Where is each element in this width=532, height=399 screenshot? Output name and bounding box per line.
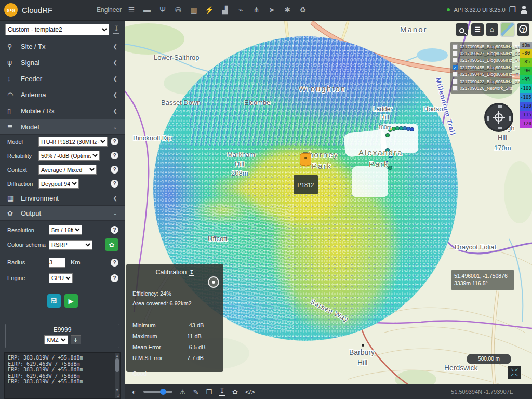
chevron-left-icon: ❮ [113, 108, 117, 114]
calibration-stat: Mean Error-6.5 dB [126, 344, 223, 355]
basemap-switch-button[interactable] [500, 22, 515, 37]
layer-checkbox[interactable]: ✓ [453, 65, 458, 70]
layer-checkbox[interactable] [453, 79, 458, 84]
help-icon[interactable]: ? [111, 274, 118, 282]
api-code-icon[interactable]: </> [245, 388, 255, 396]
colour-key-cell: -105 [520, 93, 532, 102]
layer-checkbox[interactable] [453, 86, 458, 91]
save-button[interactable]: 🖫 [47, 294, 61, 308]
run-button[interactable]: ▶ [64, 294, 78, 308]
multisite-grid-icon[interactable]: ▦ [189, 6, 199, 14]
interference-icon[interactable]: ⚡ [204, 6, 215, 14]
colour-schema-select[interactable]: RSRP [49, 240, 92, 250]
mesh-icon[interactable]: ⋔ [251, 6, 261, 14]
warning-icon[interactable]: ⚠ [180, 388, 186, 396]
layer-checkbox[interactable] [453, 58, 458, 63]
sidebar-item-site-tx[interactable]: ⚲ Site / Tx ❮ [0, 38, 125, 55]
layer-checkbox[interactable] [453, 51, 458, 56]
template-select[interactable]: Custom - template2 [5, 24, 109, 35]
sidebar-item-environment[interactable]: ▦ Environment ❮ [0, 191, 125, 205]
radius-input[interactable] [49, 258, 65, 268]
console-log[interactable]: ERP: 383.819W / +55.8dBm EIRP: 629.463W … [4, 352, 121, 399]
layer-checkbox[interactable] [453, 72, 458, 77]
layer-checkbox[interactable] [453, 44, 458, 49]
settings-icon[interactable]: ✱ [282, 6, 292, 14]
coverage-chart-icon[interactable]: ▟ [220, 6, 230, 14]
sidebar-section-model[interactable]: ≣ Model ⌄ [0, 119, 125, 135]
measurement-dot[interactable] [385, 133, 390, 137]
layer-row[interactable]: 0217090445_Blog806MHz_ITM [453, 71, 510, 78]
colour-palette-icon[interactable]: ✿ [232, 388, 238, 396]
layer-label: 0217090422_Blog806MHz_GP [460, 79, 521, 84]
slider-knob[interactable] [160, 389, 166, 395]
help-icon[interactable]: ? [111, 138, 118, 145]
docs-icon[interactable]: ❐ [509, 5, 516, 15]
refresh-icon[interactable]: ♻ [298, 6, 308, 14]
help-icon[interactable]: ? [111, 152, 118, 159]
reliability-select[interactable]: 50% / -0dB (Optimistic) [38, 151, 100, 161]
console-scrollbar[interactable]: ▲ ▼ [115, 353, 119, 398]
layer-row[interactable]: 0217090527_Blog806MHz_COST231 [453, 50, 510, 57]
account-icon[interactable] [520, 6, 528, 14]
layer-list-button[interactable]: ☰ [471, 23, 484, 36]
export-download-button[interactable]: ↧ [71, 335, 81, 344]
calibration-efficiency: Efficiency: 24% [126, 290, 223, 297]
search-button[interactable] [456, 23, 468, 36]
export-format-select[interactable]: KMZ [44, 335, 68, 344]
chevron-left-icon: ❮ [113, 44, 117, 49]
download-icon[interactable]: ↧ [189, 269, 194, 276]
search-icon [459, 28, 464, 33]
sidebar-item-antenna[interactable]: ◠ Antenna ❮ [0, 87, 125, 103]
palette-button[interactable]: ✿ [105, 238, 118, 251]
opacity-icon[interactable]: ◐ [132, 388, 136, 396]
help-icon[interactable]: ? [111, 226, 118, 234]
sidebar-item-signal[interactable]: ψ Signal ❮ [0, 55, 125, 71]
api-status-dot [447, 8, 450, 11]
radius-unit: Km [71, 259, 81, 265]
layer-row[interactable]: ✓ 0217090455_Blog806MHz_P1812 [453, 64, 510, 71]
help-icon[interactable]: ? [111, 180, 118, 188]
help-icon[interactable]: ? [111, 166, 118, 174]
resolution-select[interactable]: 5m / 16ft [49, 225, 82, 235]
engine-select[interactable]: GPU [49, 273, 73, 283]
layer-row[interactable]: 0217090126_Network_Site [453, 85, 510, 91]
sidebar-item-feeder[interactable]: ↕ Feeder ❮ [0, 71, 125, 87]
layer-row[interactable]: 0217090422_Blog806MHz_GP [453, 78, 510, 85]
model-select[interactable]: ITU-R P.1812 (30MHz - 6GHz) [38, 137, 108, 147]
best-site-icon[interactable]: Ψ [157, 6, 168, 14]
diffraction-select[interactable]: Deygout 94 [38, 179, 79, 189]
select-area-icon[interactable]: ❒ [206, 388, 212, 396]
buildings-icon: ▦ [7, 194, 21, 202]
scrollbar-thumb[interactable] [115, 358, 119, 372]
layer-row[interactable]: 0217090545_Blog806MHz_E9999 [453, 43, 510, 50]
compass-control[interactable] [484, 103, 513, 132]
edit-icon[interactable]: ✎ [193, 388, 199, 396]
points-icon[interactable]: ➤ [267, 6, 277, 14]
collapse-map-button[interactable]: ↘ ↙↗ ↖ [508, 366, 521, 379]
compass-tick [498, 127, 502, 129]
ruler-icon[interactable]: ▬ [142, 6, 152, 14]
export-icon[interactable]: ↧ [219, 387, 225, 396]
cursor-coords-tooltip: 51.496001, -1.750876 3339m 116.5° [451, 270, 514, 290]
map-canvas[interactable]: Lower Salthrop Manor Basset Down Elcombe… [125, 21, 532, 384]
template-download-icon[interactable]: ↧ [113, 25, 119, 34]
opacity-slider[interactable] [143, 391, 172, 393]
route-icon[interactable]: ⌁ [235, 6, 246, 14]
help-icon[interactable]: ? [111, 259, 118, 267]
calibration-area: Area covered: 6.92km2 [126, 300, 223, 307]
help-button[interactable]: ? [517, 23, 529, 36]
console-resize-handle[interactable]: ◿ [117, 392, 119, 398]
colour-key-cell: -110 [520, 102, 532, 111]
layer-label: 0217090455_Blog806MHz_P1812 [460, 65, 527, 70]
layer-row[interactable]: 0217090513_Blog806MHz_OKHATA [453, 57, 510, 64]
map-label: Park [369, 159, 389, 168]
sidebar-section-output[interactable]: ✿ Output ⌄ [0, 205, 125, 221]
record-button[interactable] [208, 276, 219, 288]
tx-marker[interactable] [300, 153, 311, 166]
database-icon[interactable]: ⛁ [173, 6, 183, 14]
home-button[interactable]: ⌂ [486, 23, 498, 36]
measurement-dot[interactable] [410, 127, 414, 131]
context-select[interactable]: Average / Mixed [38, 165, 97, 175]
menu-icon[interactable]: ☰ [126, 6, 137, 14]
sidebar-item-mobile-rx[interactable]: ▯ Mobile / Rx ❮ [0, 103, 125, 119]
